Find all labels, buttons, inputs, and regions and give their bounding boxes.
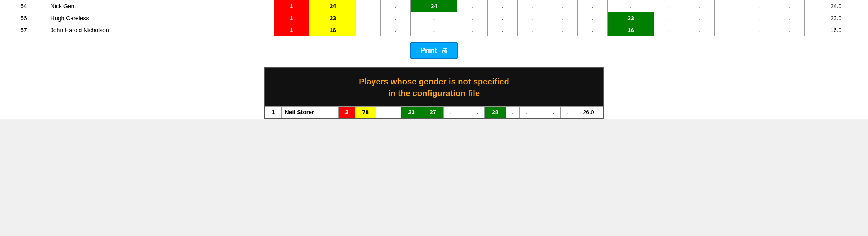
data-cell: . bbox=[457, 0, 487, 12]
gender-data-cell bbox=[376, 107, 387, 118]
data-cell: . bbox=[774, 0, 804, 12]
data-cell: . bbox=[654, 12, 684, 24]
gender-data-cell: . bbox=[519, 107, 533, 118]
data-cell: 16 bbox=[608, 24, 654, 36]
gender-data-cell: 28 bbox=[484, 107, 506, 118]
gender-total-cell: 26.0 bbox=[574, 107, 603, 118]
data-cell bbox=[356, 0, 381, 12]
table-row: 54Nick Gent124.24...........24.0 bbox=[0, 0, 868, 12]
data-cell: . bbox=[774, 12, 804, 24]
data-cell: . bbox=[774, 24, 804, 36]
gender-data-cell: 23 bbox=[401, 107, 422, 118]
print-label: Print bbox=[420, 46, 437, 55]
yellow-cell: 16 bbox=[309, 24, 356, 36]
data-cell: 23 bbox=[608, 12, 654, 24]
data-cell: . bbox=[608, 0, 654, 12]
gender-data-cell: . bbox=[560, 107, 574, 118]
print-section: Print 🖨 bbox=[0, 36, 868, 63]
data-cell: . bbox=[714, 24, 744, 36]
data-cell: . bbox=[744, 0, 774, 12]
data-cell: 24 bbox=[411, 0, 457, 12]
data-cell: . bbox=[547, 0, 577, 12]
data-cell: . bbox=[411, 12, 457, 24]
rank-cell: 56 bbox=[0, 12, 47, 24]
total-cell: 23.0 bbox=[804, 12, 868, 24]
gender-name-cell: Neil Storer bbox=[281, 107, 338, 118]
gender-header-line2: in the configuration file bbox=[269, 87, 599, 99]
data-cell: . bbox=[654, 0, 684, 12]
data-cell: . bbox=[457, 24, 487, 36]
data-cell: . bbox=[744, 12, 774, 24]
data-cell: . bbox=[577, 12, 607, 24]
data-cell: . bbox=[411, 24, 457, 36]
gender-data-cell: 27 bbox=[422, 107, 443, 118]
yellow-cell: 23 bbox=[309, 12, 356, 24]
data-cell: . bbox=[547, 24, 577, 36]
gender-header: Players whose gender is not specified in… bbox=[265, 68, 603, 106]
table-row: 57John Harold Nicholson116.......16.....… bbox=[0, 24, 868, 36]
data-cell: . bbox=[381, 12, 411, 24]
red-cell: 1 bbox=[274, 12, 309, 24]
gender-table-row: 1Neil Storer378.2327...28.....26.0 bbox=[265, 107, 603, 118]
main-table: 54Nick Gent124.24...........24.056Hugh C… bbox=[0, 0, 868, 36]
gender-header-line1: Players whose gender is not specified bbox=[269, 76, 599, 87]
total-cell: 24.0 bbox=[804, 0, 868, 12]
gender-yellow-cell: 78 bbox=[355, 107, 376, 118]
page-wrapper: 54Nick Gent124.24...........24.056Hugh C… bbox=[0, 0, 868, 119]
total-cell: 16.0 bbox=[804, 24, 868, 36]
table-row: 56Hugh Careless123.......23.....23.0 bbox=[0, 12, 868, 24]
gender-table: 1Neil Storer378.2327...28.....26.0 bbox=[265, 106, 603, 118]
gender-data-cell: . bbox=[443, 107, 457, 118]
red-cell: 1 bbox=[274, 24, 309, 36]
data-cell: . bbox=[487, 12, 517, 24]
rank-cell: 57 bbox=[0, 24, 47, 36]
gender-data-cell: . bbox=[506, 107, 519, 118]
data-cell: . bbox=[684, 24, 714, 36]
print-button[interactable]: Print 🖨 bbox=[410, 42, 458, 59]
gender-rank-cell: 1 bbox=[265, 107, 281, 118]
gender-section: Players whose gender is not specified in… bbox=[0, 63, 868, 119]
data-cell: . bbox=[518, 0, 547, 12]
data-cell: . bbox=[577, 24, 607, 36]
data-cell: . bbox=[487, 0, 517, 12]
data-cell: . bbox=[714, 0, 744, 12]
data-cell: . bbox=[684, 0, 714, 12]
print-icon: 🖨 bbox=[440, 46, 448, 55]
gender-data-cell: . bbox=[533, 107, 547, 118]
data-cell: . bbox=[684, 12, 714, 24]
rank-cell: 54 bbox=[0, 0, 47, 12]
data-cell: . bbox=[577, 0, 607, 12]
name-cell: Nick Gent bbox=[47, 0, 274, 12]
data-cell: . bbox=[487, 24, 517, 36]
data-cell: . bbox=[518, 24, 547, 36]
name-cell: Hugh Careless bbox=[47, 12, 274, 24]
data-cell: . bbox=[457, 12, 487, 24]
gender-data-cell: . bbox=[457, 107, 471, 118]
gender-data-cell: . bbox=[471, 107, 484, 118]
data-cell: . bbox=[381, 24, 411, 36]
data-cell: . bbox=[518, 12, 547, 24]
gender-data-cell: . bbox=[387, 107, 401, 118]
yellow-cell: 24 bbox=[309, 0, 356, 12]
data-cell: . bbox=[381, 0, 411, 12]
gender-data-cell: . bbox=[547, 107, 560, 118]
data-cell: . bbox=[744, 24, 774, 36]
data-cell bbox=[356, 12, 381, 24]
data-cell: . bbox=[547, 12, 577, 24]
red-cell: 1 bbox=[274, 0, 309, 12]
gender-red-cell: 3 bbox=[339, 107, 355, 118]
name-cell: John Harold Nicholson bbox=[47, 24, 274, 36]
data-cell: . bbox=[714, 12, 744, 24]
data-cell: . bbox=[654, 24, 684, 36]
gender-box: Players whose gender is not specified in… bbox=[264, 67, 604, 119]
data-cell bbox=[356, 24, 381, 36]
